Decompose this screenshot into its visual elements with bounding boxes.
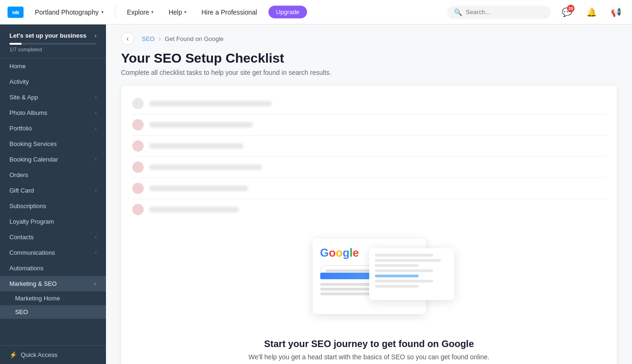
- page-title: Your SEO Setup Checklist: [121, 51, 617, 66]
- blurred-circle: [132, 119, 144, 130]
- back-button[interactable]: ‹: [121, 32, 134, 45]
- site-name-button[interactable]: Portland Photography ▾: [31, 7, 107, 18]
- hire-professional-link[interactable]: Hire a Professional: [198, 7, 261, 18]
- chevron-right-icon: ›: [95, 157, 97, 162]
- progress-bar-wrap: [9, 43, 97, 45]
- blurred-circle: [132, 98, 144, 109]
- cta-title: Start your SEO journey to get found on G…: [144, 339, 594, 349]
- blurred-line: [149, 122, 253, 128]
- chevron-right-icon: ›: [95, 235, 97, 240]
- quick-access-icon: ⚡: [9, 351, 17, 358]
- breadcrumb: ‹ SEO › Get Found on Google: [106, 24, 632, 49]
- chevron-down-icon: ▾: [151, 9, 154, 15]
- notification-badge: 20: [567, 5, 575, 12]
- sidebar-item-portfolio[interactable]: Portfolio ›: [0, 121, 106, 136]
- sidebar-item-subscriptions[interactable]: Subscriptions: [0, 198, 106, 214]
- chevron-down-icon: ∨: [93, 281, 97, 286]
- search-result-lines: [375, 254, 448, 288]
- broadcast-button[interactable]: 📢: [608, 4, 624, 21]
- chevron-right-icon: ›: [95, 188, 97, 193]
- sidebar-item-communications[interactable]: Communications ›: [0, 245, 106, 260]
- blurred-row: [132, 114, 606, 136]
- explore-menu[interactable]: Explore ▾: [123, 7, 157, 18]
- quick-access-button[interactable]: ⚡ Quick Access: [0, 345, 106, 364]
- search-icon: 🔍: [454, 8, 462, 16]
- sidebar-item-booking-services[interactable]: Booking Services: [0, 136, 106, 152]
- blurred-row: [132, 136, 606, 157]
- bell-icon: 🔔: [586, 7, 597, 17]
- sidebar-item-gift-card[interactable]: Gift Card ›: [0, 183, 106, 198]
- site-name-label: Portland Photography: [35, 8, 98, 16]
- breadcrumb-separator: ›: [158, 34, 161, 43]
- sidebar-item-contacts[interactable]: Contacts ›: [0, 229, 106, 245]
- sidebar: Let's set up your business › 1/7 complet…: [0, 24, 106, 364]
- blurred-circle: [132, 183, 144, 194]
- sidebar-item-activity[interactable]: Activity: [0, 74, 106, 89]
- google-illustration: Google 🔍: [121, 227, 617, 331]
- sidebar-subitem-seo[interactable]: SEO: [0, 305, 106, 319]
- sidebar-item-site-app[interactable]: Site & App ›: [0, 89, 106, 105]
- cta-section: Start your SEO journey to get found on G…: [121, 331, 617, 364]
- blurred-line: [149, 207, 239, 212]
- blurred-checklist-rows: [121, 86, 617, 227]
- blurred-line: [149, 164, 262, 170]
- search-result-card: [369, 248, 454, 300]
- chevron-right-icon: ›: [95, 126, 97, 131]
- page-header: Your SEO Setup Checklist Complete all ch…: [106, 49, 632, 86]
- search-bar: 🔍: [447, 6, 551, 19]
- blurred-row: [132, 178, 606, 199]
- sidebar-item-home[interactable]: Home: [0, 58, 106, 74]
- sidebar-item-orders[interactable]: Orders: [0, 167, 106, 183]
- blurred-circle: [132, 204, 144, 215]
- blurred-line: [149, 186, 248, 191]
- page-subtitle: Complete all checklist tasks to help you…: [121, 69, 617, 76]
- chevron-down-icon: ▾: [101, 9, 104, 15]
- broadcast-icon: 📢: [611, 7, 621, 17]
- setup-collapse-icon[interactable]: ›: [95, 32, 97, 39]
- bell-button[interactable]: 🔔: [583, 4, 600, 21]
- setup-title: Let's set up your business ›: [9, 32, 97, 39]
- sidebar-header: Let's set up your business › 1/7 complet…: [0, 24, 106, 58]
- help-menu[interactable]: Help ▾: [165, 7, 190, 18]
- wix-logo: wix: [8, 7, 24, 18]
- breadcrumb-parent-link[interactable]: SEO: [142, 35, 154, 42]
- sidebar-item-marketing-seo[interactable]: Marketing & SEO ∨: [0, 276, 106, 291]
- sidebar-subitem-marketing-home[interactable]: Marketing Home: [0, 291, 106, 305]
- nav-divider: [115, 6, 115, 19]
- blurred-row: [132, 157, 606, 178]
- top-navigation: wix Portland Photography ▾ Explore ▾ Hel…: [0, 0, 632, 24]
- sidebar-item-automations[interactable]: Automations: [0, 260, 106, 276]
- sidebar-item-booking-calendar[interactable]: Booking Calendar ›: [0, 152, 106, 167]
- chevron-right-icon: ›: [95, 250, 97, 255]
- blurred-line: [149, 101, 272, 106]
- progress-label: 1/7 completed: [9, 47, 97, 52]
- google-mockup: Google 🔍: [294, 239, 445, 324]
- progress-bar-fill: [9, 43, 22, 45]
- blurred-row: [132, 93, 606, 114]
- blurred-line: [149, 143, 243, 149]
- chevron-down-icon: ▾: [184, 9, 186, 15]
- blurred-circle: [132, 162, 144, 173]
- seo-card: Google 🔍: [121, 86, 617, 364]
- chevron-right-icon: ›: [95, 110, 97, 115]
- blurred-circle: [132, 140, 144, 152]
- blurred-row: [132, 199, 606, 220]
- search-input[interactable]: [466, 8, 544, 16]
- main-content: ‹ SEO › Get Found on Google Your SEO Set…: [106, 24, 632, 364]
- sidebar-item-loyalty-program[interactable]: Loyalty Program: [0, 214, 106, 229]
- breadcrumb-current: Get Found on Google: [165, 35, 224, 42]
- cta-subtitle: We'll help you get a head start with the…: [144, 353, 594, 361]
- notifications-button[interactable]: 💬 20: [559, 4, 575, 21]
- chevron-right-icon: ›: [95, 95, 97, 100]
- sidebar-item-photo-albums[interactable]: Photo Albums ›: [0, 105, 106, 121]
- upgrade-button[interactable]: Upgrade: [268, 6, 307, 18]
